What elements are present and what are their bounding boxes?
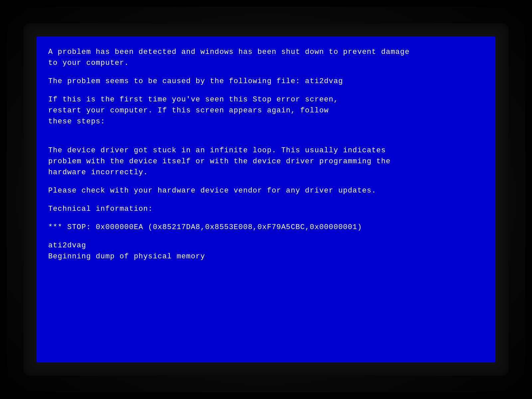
spacer-7 <box>48 214 484 222</box>
bsod-line-21: ati2dvag <box>48 240 484 251</box>
bsod-line-17: Technical information: <box>48 203 484 214</box>
bsod-line-1: A problem has been detected and windows … <box>48 47 484 58</box>
bsod-line-19: *** STOP: 0x000000EA (0x85217DA8,0x8553E… <box>48 222 484 233</box>
bsod-line-4: The problem seems to be caused by the fo… <box>48 76 484 87</box>
spacer-4 <box>48 138 484 145</box>
bsod-line-6: If this is the first time you've seen th… <box>48 94 484 105</box>
spacer-3 <box>48 127 484 138</box>
spacer-1 <box>48 68 484 76</box>
bsod-line-12: problem with the device itself or with t… <box>48 156 484 167</box>
bsod-content: A problem has been detected and windows … <box>48 47 484 262</box>
bsod-line-11: The device driver got stuck in an infini… <box>48 145 484 156</box>
bsod-screen: A problem has been detected and windows … <box>37 37 495 362</box>
bsod-line-7: restart your computer. If this screen ap… <box>48 105 484 116</box>
bsod-line-13: hardware incorrectly. <box>48 167 484 178</box>
spacer-5 <box>48 178 484 185</box>
spacer-8 <box>48 233 484 240</box>
spacer-2 <box>48 87 484 94</box>
bsod-line-8: these steps: <box>48 116 484 127</box>
bsod-line-22: Beginning dump of physical memory <box>48 251 484 262</box>
monitor-outer: A problem has been detected and windows … <box>7 7 525 392</box>
bsod-line-15: Please check with your hardware device v… <box>48 185 484 196</box>
bsod-line-2: to your computer. <box>48 58 484 68</box>
monitor-bezel: A problem has been detected and windows … <box>23 23 509 376</box>
spacer-6 <box>48 196 484 203</box>
